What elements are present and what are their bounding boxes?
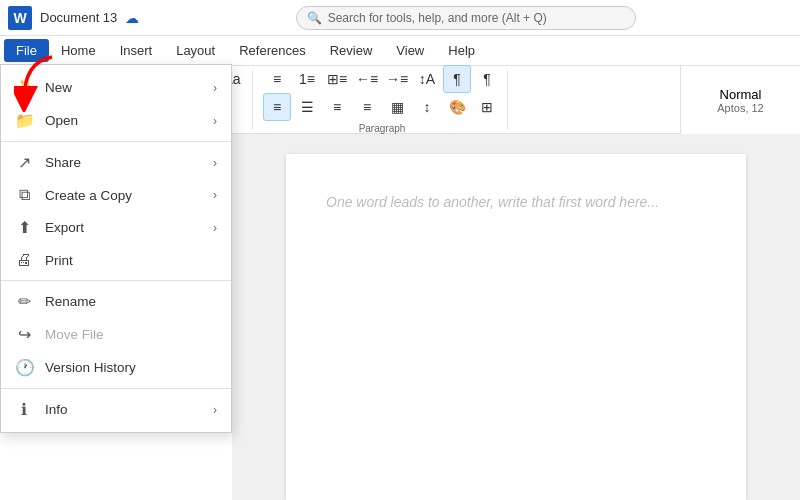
increase-indent-button[interactable]: →≡	[383, 65, 411, 93]
line-spacing-button[interactable]: ↕	[413, 93, 441, 121]
menu-label-create-copy: Create a Copy	[45, 188, 132, 203]
share-chevron-icon: ›	[213, 156, 217, 170]
numbering-button[interactable]: 1≡	[293, 65, 321, 93]
tab-layout[interactable]: Layout	[164, 39, 227, 62]
menu-label-new: New	[45, 80, 72, 95]
show-hide-button[interactable]: ¶	[443, 65, 471, 93]
menu-item-print[interactable]: 🖨 Print	[1, 244, 231, 276]
dropdown-menu: ✨ New › 📁 Open › ↗ Share › ⧉ Create a Co…	[0, 64, 232, 433]
menu-item-rename[interactable]: ✏ Rename	[1, 285, 231, 318]
cloud-icon: ☁	[125, 10, 139, 26]
tab-references[interactable]: References	[227, 39, 317, 62]
align-right-button[interactable]: ≡	[323, 93, 351, 121]
doc-area: One word leads to another, write that fi…	[232, 134, 800, 500]
doc-placeholder: One word leads to another, write that fi…	[326, 194, 706, 210]
shading-button[interactable]: 🎨	[443, 93, 471, 121]
search-placeholder: Search for tools, help, and more (Alt + …	[328, 11, 547, 25]
menu-item-new[interactable]: ✨ New ›	[1, 71, 231, 104]
paragraph-group-label: Paragraph	[359, 123, 406, 134]
menu-item-export[interactable]: ⬆ Export ›	[1, 211, 231, 244]
justify-button[interactable]: ≡	[353, 93, 381, 121]
title-bar-search: 🔍 Search for tools, help, and more (Alt …	[139, 6, 792, 30]
style-name: Normal	[720, 87, 762, 102]
search-box[interactable]: 🔍 Search for tools, help, and more (Alt …	[296, 6, 636, 30]
menu-item-share[interactable]: ↗ Share ›	[1, 146, 231, 179]
separator-2	[1, 280, 231, 281]
open-chevron-icon: ›	[213, 114, 217, 128]
tab-review[interactable]: Review	[318, 39, 385, 62]
align-center-button[interactable]: ☰	[293, 93, 321, 121]
align-left-button[interactable]: ≡	[263, 93, 291, 121]
separator-1	[1, 141, 231, 142]
tab-view[interactable]: View	[384, 39, 436, 62]
tab-home[interactable]: Home	[49, 39, 108, 62]
info-icon: ℹ	[15, 400, 33, 419]
open-icon: 📁	[15, 111, 33, 130]
bullets-button[interactable]: ≡	[263, 65, 291, 93]
title-bar-left: W Document 13 ☁	[8, 6, 139, 30]
tab-help[interactable]: Help	[436, 39, 487, 62]
doc-title: Document 13	[40, 10, 117, 25]
style-box: Normal Aptos, 12	[680, 66, 800, 134]
menu-item-info[interactable]: ℹ Info ›	[1, 393, 231, 426]
menu-label-info: Info	[45, 402, 68, 417]
decrease-indent-button[interactable]: ←≡	[353, 65, 381, 93]
rename-icon: ✏	[15, 292, 33, 311]
menu-label-print: Print	[45, 253, 73, 268]
pilcrow-button[interactable]: ¶	[473, 65, 501, 93]
copy-icon: ⧉	[15, 186, 33, 204]
menu-label-version-history: Version History	[45, 360, 136, 375]
print-icon: 🖨	[15, 251, 33, 269]
title-bar: W Document 13 ☁ 🔍 Search for tools, help…	[0, 0, 800, 36]
create-copy-chevron-icon: ›	[213, 188, 217, 202]
tab-file[interactable]: File	[4, 39, 49, 62]
doc-page: One word leads to another, write that fi…	[286, 154, 746, 500]
tab-insert[interactable]: Insert	[108, 39, 165, 62]
move-icon: ↪	[15, 325, 33, 344]
version-icon: 🕐	[15, 358, 33, 377]
new-chevron-icon: ›	[213, 81, 217, 95]
menu-item-create-copy[interactable]: ⧉ Create a Copy ›	[1, 179, 231, 211]
menu-label-move-file: Move File	[45, 327, 104, 342]
export-icon: ⬆	[15, 218, 33, 237]
menu-item-open[interactable]: 📁 Open ›	[1, 104, 231, 137]
export-chevron-icon: ›	[213, 221, 217, 235]
columns-button[interactable]: ▦	[383, 93, 411, 121]
menu-label-rename: Rename	[45, 294, 96, 309]
info-chevron-icon: ›	[213, 403, 217, 417]
menu-item-version-history[interactable]: 🕐 Version History	[1, 351, 231, 384]
sort-button[interactable]: ↕A	[413, 65, 441, 93]
search-icon: 🔍	[307, 11, 322, 25]
separator-3	[1, 388, 231, 389]
menu-item-move-file: ↪ Move File	[1, 318, 231, 351]
menu-label-share: Share	[45, 155, 81, 170]
multilevel-button[interactable]: ⊞≡	[323, 65, 351, 93]
new-icon: ✨	[15, 78, 33, 97]
menu-label-export: Export	[45, 220, 84, 235]
borders-button[interactable]: ⊞	[473, 93, 501, 121]
ribbon-tabs: File Home Insert Layout References Revie…	[0, 36, 800, 66]
paragraph-group: ≡ 1≡ ⊞≡ ←≡ →≡ ↕A ¶ ¶ ≡ ☰ ≡ ≡ ▦ ↕ 🎨 ⊞ Par…	[257, 70, 508, 129]
menu-label-open: Open	[45, 113, 78, 128]
word-icon: W	[8, 6, 32, 30]
style-sub: Aptos, 12	[717, 102, 763, 114]
share-icon: ↗	[15, 153, 33, 172]
